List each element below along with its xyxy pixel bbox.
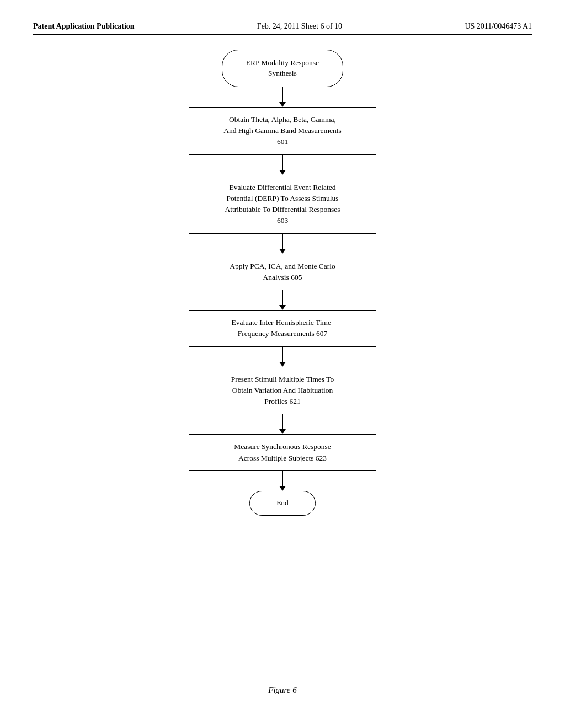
step-4-label: Evaluate Inter-Hemispheric Time-Frequenc… [232, 318, 334, 338]
arrow-7 [279, 471, 286, 491]
step-1-box: Obtain Theta, Alpha, Beta, Gamma,And Hig… [189, 107, 376, 155]
arrow-line-1 [282, 87, 283, 102]
publication-label: Patent Application Publication [33, 22, 135, 31]
step-2-box: Evaluate Differential Event RelatedPoten… [189, 175, 376, 234]
step-4-box: Evaluate Inter-Hemispheric Time-Frequenc… [189, 310, 376, 347]
page-header: Patent Application Publication Feb. 24, … [33, 22, 532, 35]
arrow-3 [279, 234, 286, 254]
step-6-box: Measure Synchronous ResponseAcross Multi… [189, 434, 376, 471]
arrow-4 [279, 290, 286, 310]
start-box: ERP Modality ResponseSynthesis [222, 50, 343, 87]
date-sheet-label: Feb. 24, 2011 Sheet 6 of 10 [257, 22, 342, 31]
figure-caption-text: Figure 6 [268, 686, 297, 694]
arrow-head-1 [279, 102, 286, 107]
arrow-head-6 [279, 429, 286, 434]
arrow-line-5 [282, 347, 283, 362]
end-box: End [249, 491, 316, 516]
step-2-label: Evaluate Differential Event RelatedPoten… [225, 183, 340, 225]
step-1-label: Obtain Theta, Alpha, Beta, Gamma,And Hig… [223, 115, 342, 146]
arrow-line-6 [282, 414, 283, 429]
step-5-box: Present Stimuli Multiple Times ToObtain … [189, 367, 376, 415]
arrow-line-7 [282, 471, 283, 486]
arrow-2 [279, 155, 286, 175]
arrow-1 [279, 87, 286, 107]
arrow-head-5 [279, 362, 286, 367]
arrow-line-3 [282, 234, 283, 249]
arrow-head-3 [279, 249, 286, 254]
arrow-6 [279, 414, 286, 434]
arrow-line-2 [282, 155, 283, 170]
step-3-label: Apply PCA, ICA, and Monte CarloAnalysis … [230, 262, 335, 281]
flowchart: ERP Modality ResponseSynthesis Obtain Th… [167, 50, 398, 516]
arrow-head-7 [279, 486, 286, 491]
end-label: End [276, 499, 289, 507]
arrow-line-4 [282, 290, 283, 305]
arrow-head-4 [279, 305, 286, 310]
arrow-5 [279, 347, 286, 367]
start-label: ERP Modality ResponseSynthesis [246, 58, 319, 77]
step-5-label: Present Stimuli Multiple Times ToObtain … [231, 375, 334, 406]
step-6-label: Measure Synchronous ResponseAcross Multi… [234, 442, 331, 462]
step-3-box: Apply PCA, ICA, and Monte CarloAnalysis … [189, 254, 376, 291]
patent-number-label: US 2011/0046473 A1 [465, 22, 532, 31]
figure-caption: Figure 6 [268, 686, 297, 695]
arrow-head-2 [279, 170, 286, 175]
